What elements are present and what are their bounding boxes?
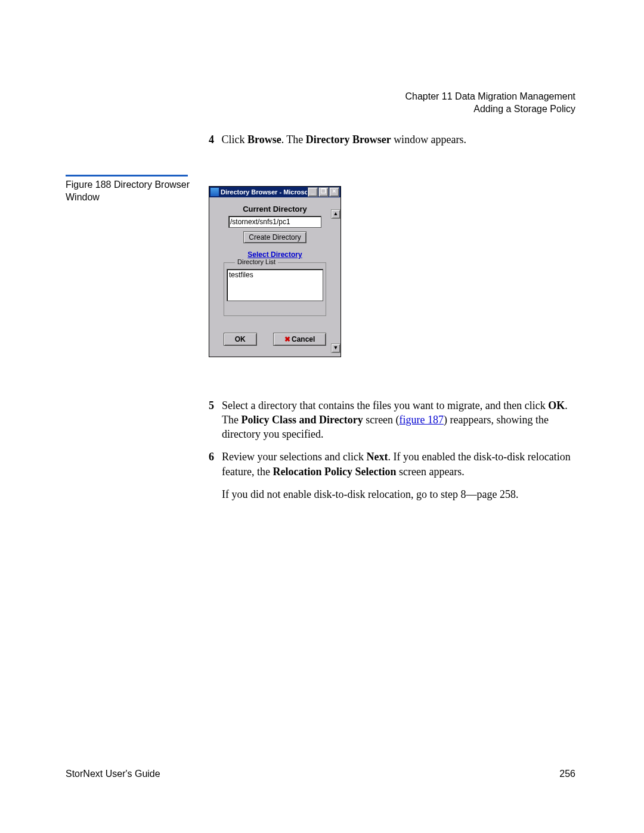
minimize-button[interactable]: _	[308, 187, 318, 197]
chapter-line: Chapter 11 Data Migration Management	[405, 91, 576, 103]
vertical-scrollbar[interactable]: ▲ ▼	[331, 209, 339, 353]
page-footer: StorNext User's Guide 256	[66, 769, 575, 779]
directory-browser-dialog: Directory Browser - Microsoft Int... _ ❐…	[209, 186, 341, 357]
step-6-num: 6	[209, 450, 222, 479]
scroll-down-button[interactable]: ▼	[331, 343, 340, 353]
dialog-titlebar: Directory Browser - Microsoft Int... _ ❐…	[209, 187, 340, 197]
step-5-num: 5	[209, 398, 222, 442]
dialog-title: Directory Browser - Microsoft Int...	[221, 188, 307, 196]
create-directory-button[interactable]: Create Directory	[243, 231, 306, 243]
ie-icon	[210, 188, 219, 196]
figure-rule	[66, 175, 188, 176]
step-4: 4 Click Browse. The Directory Browser wi…	[209, 134, 578, 146]
cancel-button[interactable]: ✖Cancel	[273, 333, 326, 346]
step-4-num: 4	[209, 134, 214, 145]
current-directory-input[interactable]	[228, 216, 321, 228]
directory-list-legend: Directory List	[235, 258, 278, 265]
select-directory-link[interactable]: Select Directory	[215, 250, 335, 259]
directory-list[interactable]: testfiles	[227, 269, 323, 301]
directory-browser-word: Directory Browser	[306, 134, 391, 145]
figure-187-link[interactable]: figure 187	[400, 414, 444, 426]
close-button[interactable]: ×	[329, 187, 339, 197]
page-number: 256	[559, 769, 575, 779]
ok-button[interactable]: OK	[224, 333, 257, 346]
footer-left: StorNext User's Guide	[66, 769, 160, 779]
step-6: 6 Review your selections and click Next.…	[209, 450, 578, 479]
restore-button[interactable]: ❐	[318, 187, 329, 197]
section-line: Adding a Storage Policy	[405, 103, 576, 116]
cancel-x-icon: ✖	[284, 335, 290, 343]
list-item[interactable]: testfiles	[229, 271, 321, 279]
scroll-up-button[interactable]: ▲	[331, 209, 340, 219]
step-6-note: If you did not enable disk-to-disk reloc…	[222, 487, 578, 501]
page-header: Chapter 11 Data Migration Management Add…	[405, 91, 576, 116]
current-directory-label: Current Directory	[215, 205, 335, 213]
step-5: 5 Select a directory that contains the f…	[209, 398, 578, 442]
browse-word: Browse	[247, 134, 281, 145]
directory-list-fieldset: Directory List testfiles	[224, 262, 326, 316]
